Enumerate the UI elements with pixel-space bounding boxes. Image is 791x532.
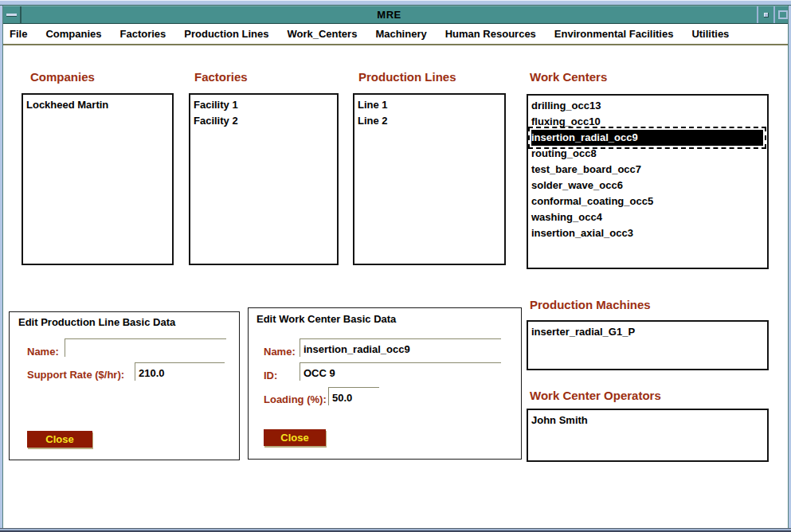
wc-name-input[interactable] xyxy=(300,338,501,357)
maximize-icon xyxy=(778,10,788,19)
menu-item[interactable]: Factories xyxy=(119,28,166,40)
factories-list: Facility 1Facility 2 xyxy=(189,93,339,265)
work-centers-list-item[interactable]: drilling_occ13 xyxy=(531,98,763,114)
menu-item[interactable]: Human Resources xyxy=(445,28,536,40)
work-center-operators-header: Work Center Operators xyxy=(530,389,661,402)
production-lines-list-item[interactable]: Line 2 xyxy=(358,113,500,129)
companies-list: Lockheed Martin xyxy=(22,93,174,265)
maximize-button[interactable] xyxy=(773,6,788,23)
pl-name-label: Name: xyxy=(27,346,59,358)
menu-item[interactable]: Work_Centers xyxy=(287,28,357,40)
edit-work-center-panel: Edit Work Center Basic Data Name: ID: Lo… xyxy=(248,307,522,460)
pl-support-rate-label: Support Rate ($/hr): xyxy=(27,369,124,381)
work-centers-list: drilling_occ13fluxing_occ10insertion_rad… xyxy=(527,94,769,269)
work-center-operators-list-item[interactable]: John Smith xyxy=(531,413,763,428)
menu-item[interactable]: Machinery xyxy=(375,28,426,40)
wc-id-label: ID: xyxy=(264,370,277,381)
production-lines-header: Production Lines xyxy=(358,70,456,84)
wc-loading-input[interactable] xyxy=(328,387,379,405)
wc-loading-label: Loading (%): xyxy=(264,393,327,405)
application-window: MRE FileCompaniesFactoriesProduction Lin… xyxy=(0,0,791,532)
work-centers-header: Work Centers xyxy=(530,70,607,84)
work-centers-list-item[interactable]: conformal_coating_occ5 xyxy=(531,194,763,209)
companies-list-item[interactable]: Lockheed Martin xyxy=(26,97,168,113)
window-menu-button[interactable] xyxy=(3,6,22,23)
production-lines-list-item[interactable]: Line 1 xyxy=(358,97,500,113)
companies-header: Companies xyxy=(30,70,95,84)
window-frame-bottom xyxy=(0,528,791,532)
work-centers-list-item[interactable]: fluxing_occ10 xyxy=(531,114,763,130)
pl-name-input[interactable] xyxy=(65,338,226,357)
work-centers-list-item[interactable]: insertion_axial_occ3 xyxy=(531,225,763,241)
factories-header: Factories xyxy=(194,70,248,84)
wc-id-input[interactable] xyxy=(300,362,501,381)
window-title: MRE xyxy=(22,6,757,23)
production-machines-list-item[interactable]: inserter_radial_G1_P xyxy=(531,324,763,340)
work-centers-list-item[interactable]: solder_wave_occ6 xyxy=(531,178,763,194)
minimize-icon xyxy=(764,13,769,18)
work-centers-list-item[interactable]: insertion_radial_occ9 xyxy=(531,130,763,146)
work-centers-list-item[interactable]: test_bare_board_occ7 xyxy=(531,162,763,178)
wc-close-button[interactable]: Close xyxy=(264,429,326,446)
title-bar[interactable]: MRE xyxy=(3,6,788,24)
work-centers-list-item[interactable]: washing_occ4 xyxy=(531,209,763,225)
menu-bar: FileCompaniesFactoriesProduction LinesWo… xyxy=(3,24,788,45)
wc-name-label: Name: xyxy=(264,346,296,358)
menu-item[interactable]: Companies xyxy=(45,28,101,40)
production-machines-header: Production Machines xyxy=(530,298,651,311)
minimize-button[interactable] xyxy=(757,6,773,23)
window-frame-right xyxy=(788,6,791,528)
work-centers-list-item[interactable]: routing_occ8 xyxy=(531,146,763,162)
menu-item[interactable]: Utilities xyxy=(691,28,729,40)
edit-work-center-title: Edit Work Center Basic Data xyxy=(256,313,396,325)
factories-list-item[interactable]: Facility 2 xyxy=(194,113,333,129)
production-machines-list: inserter_radial_G1_P xyxy=(527,320,769,370)
work-center-operators-list: John Smith xyxy=(527,409,769,462)
pl-close-button[interactable]: Close xyxy=(27,431,92,448)
production-lines-list: Line 1Line 2 xyxy=(353,93,506,265)
edit-production-line-title: Edit Production Line Basic Data xyxy=(18,316,175,328)
main-content: Companies Factories Production Lines Wor… xyxy=(3,45,788,528)
edit-production-line-panel: Edit Production Line Basic Data Name: Su… xyxy=(9,311,240,460)
pl-support-rate-input[interactable] xyxy=(135,362,225,381)
window-menu-dash-icon xyxy=(6,14,17,16)
menu-item[interactable]: Production Lines xyxy=(184,28,268,40)
menu-item[interactable]: Environmental Facilities xyxy=(554,28,674,40)
menu-item[interactable]: File xyxy=(10,28,27,40)
factories-list-item[interactable]: Facility 1 xyxy=(194,97,333,113)
window-frame-top xyxy=(0,0,791,6)
